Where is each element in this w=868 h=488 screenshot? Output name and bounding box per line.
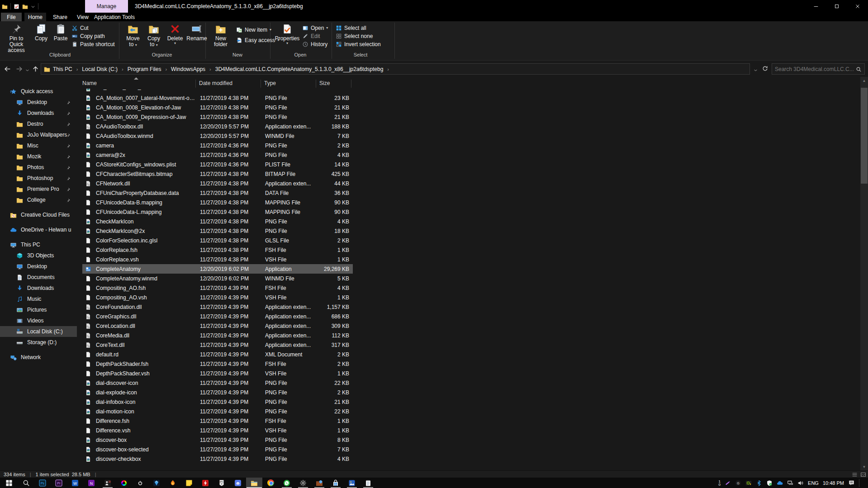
tray-network-ethernet[interactable] xyxy=(787,479,793,486)
new-item-button[interactable]: New item▾ xyxy=(236,26,271,33)
taskbar-app-lightning-app[interactable] xyxy=(197,478,213,488)
column-header-name[interactable]: Name xyxy=(82,80,97,86)
file-row[interactable]: CFUnicodeData-L.mapping11/27/2019 4:38 P… xyxy=(82,207,353,217)
file-row[interactable]: CFNetwork.dll11/27/2019 4:38 PMApplicati… xyxy=(82,179,353,188)
file-row[interactable]: CoreText.dll11/27/2019 4:39 PMApplicatio… xyxy=(82,340,353,350)
taskbar-search-button[interactable] xyxy=(18,478,34,488)
vertical-scrollbar[interactable]: ▲ ▼ xyxy=(860,77,868,470)
show-desktop-button[interactable] xyxy=(863,478,866,488)
file-row[interactable]: CoreGraphics.dll11/27/2019 4:39 PMApplic… xyxy=(82,312,353,321)
column-divider[interactable] xyxy=(316,80,316,88)
pen-battery-indicator[interactable]: 10 xyxy=(719,480,721,486)
search-box[interactable] xyxy=(772,63,865,75)
file-row[interactable]: ColorReplace.vsh11/27/2019 4:38 PMVSH Fi… xyxy=(82,255,353,264)
minimize-button[interactable] xyxy=(806,0,826,13)
file-row[interactable]: CA_Motion_0009_Depression-of-Jaw11/27/20… xyxy=(82,112,353,122)
taskbar-app-football-manager-20[interactable]: 20 xyxy=(100,478,116,488)
sidebar-item-creative-cloud-files[interactable]: Creative Cloud Files xyxy=(0,209,77,220)
file-row[interactable]: CA_Motion_0008_Elevation-of-Jaw11/27/201… xyxy=(82,103,353,112)
file-row[interactable]: CheckMarkIcon11/27/2019 4:38 PMPNG File4… xyxy=(82,217,353,226)
taskbar-app-photos-app[interactable] xyxy=(344,478,360,488)
column-header-type[interactable]: Type xyxy=(264,80,276,86)
taskbar-app-photoshop[interactable]: Ps xyxy=(34,478,51,488)
file-row[interactable]: discover-box-selected11/27/2019 4:39 PMP… xyxy=(82,445,353,454)
sidebar-item-photoshop[interactable]: Photoshop xyxy=(0,173,77,184)
manage-contextual-tab[interactable]: Manage xyxy=(85,0,128,13)
file-row[interactable]: CompleteAnatomy12/20/2019 6:02 PMApplica… xyxy=(82,264,353,274)
taskbar-app-blue-crystal-app[interactable] xyxy=(148,478,165,488)
tray-onedrive-cloud[interactable] xyxy=(777,479,783,486)
file-row[interactable]: dial-motion-icon11/27/2019 4:39 PMPNG Fi… xyxy=(82,407,353,416)
start-button[interactable] xyxy=(0,478,18,488)
file-row[interactable]: DepthPackShader.vsh11/27/2019 4:39 PMVSH… xyxy=(82,369,353,378)
sidebar-item-misc[interactable]: Misc xyxy=(0,140,77,151)
file-row[interactable]: CAStoreKitConfigs_windows.plist11/27/201… xyxy=(82,160,353,169)
cut-button[interactable]: Cut xyxy=(71,24,89,32)
column-header-date-modified[interactable]: Date modified xyxy=(199,80,232,86)
sidebar-item-this-pc[interactable]: This PC xyxy=(0,239,77,250)
invert-selection-button[interactable]: Invert selection xyxy=(336,40,381,48)
tab-share[interactable]: Share xyxy=(49,13,71,21)
taskbar-app-premiere[interactable]: Pr xyxy=(51,478,67,488)
tray-volume[interactable] xyxy=(797,479,804,486)
maximize-button[interactable] xyxy=(826,0,847,13)
search-input[interactable] xyxy=(775,66,856,72)
file-row[interactable]: CoreFoundation.dll11/27/2019 4:39 PMAppl… xyxy=(82,302,353,312)
taskbar-app-word[interactable]: W xyxy=(67,478,83,488)
tray-stylus-pen[interactable] xyxy=(725,479,731,486)
breadcrumb-item[interactable]: 3D4Medical.comLLC.CompleteAnatomy_5.1.3.… xyxy=(214,66,384,72)
tray-nvidia[interactable] xyxy=(745,479,752,486)
sidebar-item-desktop[interactable]: Desktop xyxy=(0,261,77,272)
sidebar-item-music[interactable]: Music xyxy=(0,294,77,304)
taskbar-app-ms-store[interactable] xyxy=(327,478,344,488)
sidebar-item-onedrive-helwan-u[interactable]: OneDrive - Helwan u xyxy=(0,224,77,235)
taskbar-app-file-explorer[interactable] xyxy=(246,478,262,488)
tray-windows-security[interactable] xyxy=(766,479,773,486)
file-row[interactable]: dial-discover-icon11/27/2019 4:39 PMPNG … xyxy=(82,378,353,388)
copy-path-button[interactable]: Copy path xyxy=(71,32,105,40)
taskbar-app-color-wheel[interactable] xyxy=(116,478,132,488)
tab-home[interactable]: Home xyxy=(24,13,46,21)
taskbar-app-onenote[interactable]: N xyxy=(83,478,100,488)
file-row[interactable]: CFCharacterSetBitmaps.bitmap11/27/2019 4… xyxy=(82,169,353,179)
file-row[interactable]: CAAudioToolbox.winmd12/20/2019 5:57 PMWI… xyxy=(82,131,353,141)
column-divider[interactable] xyxy=(261,80,261,88)
file-row[interactable]: discover-box11/27/2019 4:39 PMPNG File8 … xyxy=(82,435,353,445)
address-bar[interactable]: This PC›Local Disk (C:)›Program Files›Wi… xyxy=(41,63,750,75)
sidebar-item-premiere-pro[interactable]: Premiere Pro xyxy=(0,184,77,194)
sidebar-item-pictures[interactable]: Pictures xyxy=(0,304,77,315)
sidebar-item-3d-objects[interactable]: 3D Objects xyxy=(0,250,77,261)
breadcrumb-item[interactable]: This PC xyxy=(52,66,73,72)
file-row[interactable]: CA_Motion_0006_Protraction-of-Jaw11/27/2… xyxy=(82,89,353,93)
scroll-up-arrow-icon[interactable]: ▲ xyxy=(860,77,868,84)
breadcrumb-separator-icon[interactable]: › xyxy=(206,66,214,72)
sidebar-item-local-disk-c-[interactable]: Local Disk (C:) xyxy=(0,326,77,337)
sidebar-item-downloads[interactable]: Downloads xyxy=(0,108,77,118)
select-all-button[interactable]: Select all xyxy=(336,24,366,32)
properties-button[interactable]: Properties ▾ xyxy=(274,23,300,52)
column-divider[interactable] xyxy=(351,80,351,88)
file-row[interactable]: CA_Motion_0007_Lateral-Movement-of-J...1… xyxy=(82,93,353,103)
file-row[interactable]: DepthPackShader.fsh11/27/2019 4:39 PMFSH… xyxy=(82,359,353,369)
file-row[interactable]: CoreMedia.dll11/27/2019 4:39 PMApplicati… xyxy=(82,331,353,340)
taskbar-app-firewall[interactable] xyxy=(311,478,327,488)
delete-button[interactable]: Delete ▾ xyxy=(165,23,185,52)
paste-button[interactable]: Paste xyxy=(51,23,71,52)
sidebar-item-downloads[interactable]: Downloads xyxy=(0,283,77,294)
sidebar-item-photos[interactable]: Photos xyxy=(0,162,77,173)
column-header-size[interactable]: Size xyxy=(319,80,330,86)
file-row[interactable]: CFUnicodeData-B.mapping11/27/2019 4:38 P… xyxy=(82,198,353,207)
sidebar-item-quick-access[interactable]: Quick access xyxy=(0,86,77,97)
sidebar-item-mozik[interactable]: Mozik xyxy=(0,151,77,162)
file-row[interactable]: CoreLocation.dll11/27/2019 4:39 PMApplic… xyxy=(82,321,353,331)
breadcrumb-item[interactable]: WindowsApps xyxy=(170,66,206,72)
sidebar-item-desktop[interactable]: Desktop xyxy=(0,97,77,108)
file-row[interactable]: ColorForSelection.inc.glsl11/27/2019 4:3… xyxy=(82,236,353,245)
paste-shortcut-button[interactable]: Paste shortcut xyxy=(71,40,115,48)
pin-to-quick-access-button[interactable]: Pin to Quick access xyxy=(2,23,31,52)
taskbar-app-epic-games[interactable]: EPIC xyxy=(213,478,230,488)
breadcrumb-separator-icon[interactable]: › xyxy=(119,66,127,72)
taskbar-app-settings-gear[interactable] xyxy=(295,478,311,488)
sidebar-item-college[interactable]: College xyxy=(0,194,77,205)
close-button[interactable] xyxy=(847,0,868,13)
